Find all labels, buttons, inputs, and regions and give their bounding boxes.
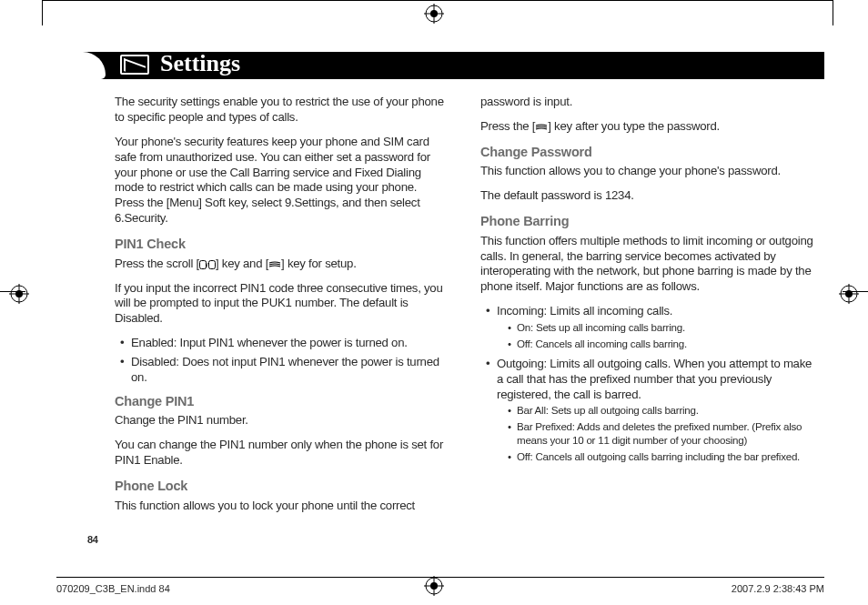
bullet-list: Enabled: Input PIN1 whenever the power i… xyxy=(115,336,449,386)
crop-mark xyxy=(42,0,43,25)
scroll-key-icon: / xyxy=(199,257,216,270)
registration-mark-icon xyxy=(839,284,859,304)
footer-filename: 070209_C3B_EN.indd 84 xyxy=(56,583,170,594)
paragraph: Press the [] key after you type the pass… xyxy=(480,119,815,135)
page-number: 84 xyxy=(87,534,98,545)
paragraph: Your phone's security features keep your… xyxy=(115,135,449,227)
paragraph: This function allows you to lock your ph… xyxy=(115,499,449,514)
heading-change-password: Change Password xyxy=(480,144,815,161)
paragraph: Change the PIN1 number. xyxy=(115,413,449,429)
paragraph: If you input the incorrect PIN1 code thr… xyxy=(115,281,449,328)
heading-phone-barring: Phone Barring xyxy=(480,213,815,230)
text: Press the [ xyxy=(480,119,535,133)
registration-mark-icon xyxy=(9,284,29,304)
text: Incoming: Limits all incoming calls. xyxy=(497,304,672,318)
crop-mark xyxy=(42,0,833,1)
list-item: Off: Cancels all incoming calls barring. xyxy=(510,338,815,351)
crop-mark xyxy=(833,0,833,25)
list-item: Incoming: Limits all incoming calls. On:… xyxy=(490,304,815,351)
envelope-icon xyxy=(120,55,149,75)
bullet-list: Incoming: Limits all incoming calls. On:… xyxy=(480,304,815,464)
heading-phone-lock: Phone Lock xyxy=(115,478,449,495)
paragraph: The security settings enable you to rest… xyxy=(115,95,449,126)
list-item: Bar Prefixed: Adds and deletes the prefi… xyxy=(510,420,815,448)
list-item: On: Sets up all incoming calls barring. xyxy=(510,321,815,335)
paragraph: Press the scroll [/] key and [] key for … xyxy=(115,257,449,272)
svg-rect-17 xyxy=(208,260,215,268)
heading-pin1-check: PIN1 Check xyxy=(115,236,449,253)
text: Outgoing: Limits all outgoing calls. Whe… xyxy=(497,357,812,401)
page-body: The security settings enable you to rest… xyxy=(115,95,815,554)
registration-mark-icon xyxy=(424,4,444,24)
list-item: Outgoing: Limits all outgoing calls. Whe… xyxy=(490,357,815,464)
text: Press the scroll [ xyxy=(115,257,199,270)
paragraph: This function offers multiple methods to… xyxy=(480,234,815,296)
paragraph: password is input. xyxy=(480,95,815,110)
text: ] key after you type the password. xyxy=(548,119,720,133)
paragraph: You can change the PIN1 number only when… xyxy=(115,438,449,469)
page-title: Settings xyxy=(160,50,240,77)
bullet-list-nested: Bar All: Sets up all outgoing calls barr… xyxy=(497,404,815,463)
left-column: The security settings enable you to rest… xyxy=(115,95,449,554)
footer-timestamp: 2007.2.9 2:38:43 PM xyxy=(732,583,824,594)
bullet-list-nested: On: Sets up all incoming calls barring. … xyxy=(497,321,815,351)
right-column: password is input. Press the [] key afte… xyxy=(480,95,815,554)
list-item: Disabled: Does not input PIN1 whenever t… xyxy=(124,355,449,386)
heading-change-pin1: Change PIN1 xyxy=(115,393,449,410)
ok-key-icon xyxy=(268,257,281,270)
footer: 070209_C3B_EN.indd 84 2007.2.9 2:38:43 P… xyxy=(56,577,824,594)
text: ] key for setup. xyxy=(281,257,357,270)
text: ] key and [ xyxy=(216,257,268,270)
svg-rect-16 xyxy=(199,260,206,268)
page-banner: Settings xyxy=(55,52,824,79)
paragraph: This function allows you to change your … xyxy=(480,164,815,179)
banner-curve xyxy=(55,52,106,79)
list-item: Enabled: Input PIN1 whenever the power i… xyxy=(124,336,449,351)
ok-key-icon xyxy=(535,119,548,133)
list-item: Bar All: Sets up all outgoing calls barr… xyxy=(510,404,815,418)
list-item: Off: Cancels all outgoing calls barring … xyxy=(510,450,815,464)
paragraph: The default password is 1234. xyxy=(480,188,815,204)
